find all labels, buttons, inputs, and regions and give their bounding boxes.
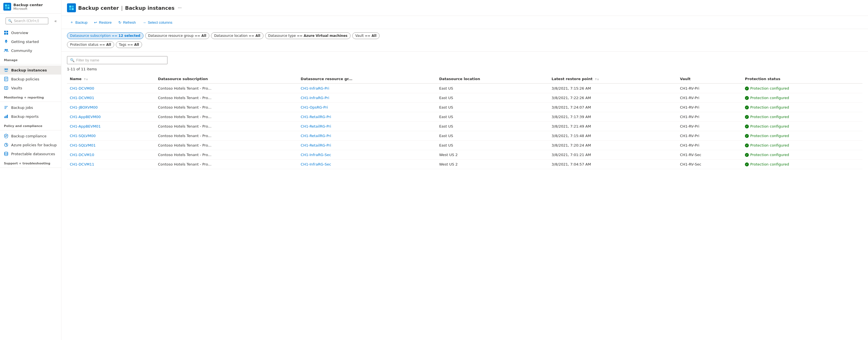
sidebar-nav: Overview Getting started Community Manag… <box>0 28 61 169</box>
status-badge: Protection configured <box>745 96 860 100</box>
azure-policy-icon <box>4 143 8 147</box>
cell-name: CH1-AppBEVM01 <box>67 122 155 131</box>
filter-search-icon: 🔍 <box>70 58 74 62</box>
svg-rect-6 <box>4 33 6 35</box>
cell-resource-group: CH1-InfraRG-Pri <box>298 93 436 103</box>
name-link[interactable]: CH1-DCVM11 <box>70 162 94 166</box>
collapse-button[interactable]: « <box>53 18 58 24</box>
filter-datasource-resource-group[interactable]: Datasource resource group == All <box>145 32 210 39</box>
resource-group-link[interactable]: CH1-RetailRG-Pri <box>301 124 331 128</box>
sidebar-item-vaults[interactable]: Vaults <box>0 84 61 92</box>
table-row: CH1-DCVM00 Contoso Hotels Tenant - Pro..… <box>67 84 862 93</box>
app-title: Backup center <box>13 3 43 7</box>
filter-datasource-type[interactable]: Datasource type == Azure Virtual machine… <box>265 32 350 39</box>
filter-vault[interactable]: Vault == All <box>352 32 379 39</box>
sidebar-item-community-label: Community <box>11 49 32 53</box>
name-link[interactable]: CH1-DCVM01 <box>70 96 94 100</box>
cell-subscription: Contoso Hotels Tenant - Pro... <box>155 122 298 131</box>
policy-section-label: Policy and compliance <box>0 121 61 129</box>
cell-resource-group: CH1-OpsRG-Pri <box>298 103 436 112</box>
resource-group-link[interactable]: CH1-RetailRG-Pri <box>301 134 331 138</box>
name-filter-container[interactable]: 🔍 <box>67 56 167 64</box>
cell-protection-status: Protection configured <box>742 160 862 169</box>
name-filter-input[interactable] <box>76 58 164 62</box>
sidebar-item-backup-instances[interactable]: Backup instances <box>0 66 61 74</box>
sidebar-item-backup-policies[interactable]: Backup policies <box>0 74 61 84</box>
status-badge: Protection configured <box>745 134 860 138</box>
cell-vault: CH1-RV-Pri <box>677 112 742 122</box>
svg-point-10 <box>6 49 8 51</box>
sidebar-item-backup-compliance[interactable]: Backup compliance <box>0 131 61 141</box>
status-badge: Protection configured <box>745 105 860 110</box>
resource-group-link[interactable]: CH1-InfraRG-Pri <box>301 86 329 90</box>
datasource-icon <box>4 152 8 156</box>
resource-group-link[interactable]: CH1-RetailRG-Pri <box>301 143 331 147</box>
filter-datasource-subscription[interactable]: Datasource subscription == 12 selected <box>67 32 144 39</box>
cell-restore-point: 3/8/2021, 7:20:24 AM <box>549 141 677 150</box>
cell-restore-point: 3/8/2021, 7:22:26 AM <box>549 93 677 103</box>
cell-name: CH1-DCVM11 <box>67 160 155 169</box>
sidebar-item-backup-instances-label: Backup instances <box>11 68 47 72</box>
filter-protection-status[interactable]: Protection status == All <box>67 41 114 48</box>
filters-area: Datasource subscription == 12 selected D… <box>61 29 868 52</box>
name-link[interactable]: CH1-DCVM00 <box>70 86 94 90</box>
sidebar-item-backup-jobs[interactable]: Backup jobs <box>0 103 61 112</box>
sort-icon-restore-point[interactable]: ↑↓ <box>595 78 599 81</box>
cell-vault: CH1-RV-Pri <box>677 131 742 141</box>
table-row: CH1-AppBEVM00 Contoso Hotels Tenant - Pr… <box>67 112 862 122</box>
app-subtitle: Microsoft <box>13 7 43 10</box>
sidebar-item-backup-reports[interactable]: Backup reports <box>0 112 61 121</box>
select-columns-button[interactable]: → Select columns <box>140 19 175 26</box>
table-row: CH1-SQLVM01 Contoso Hotels Tenant - Pro.… <box>67 141 862 150</box>
resource-group-link[interactable]: CH1-InfraRG-Sec <box>301 153 331 157</box>
sidebar-item-community[interactable]: Community <box>0 46 61 55</box>
sidebar-item-azure-policies[interactable]: Azure policies for backup <box>0 141 61 149</box>
cell-resource-group: CH1-RetailRG-Pri <box>298 131 436 141</box>
sidebar-item-overview[interactable]: Overview <box>0 28 61 37</box>
restore-button[interactable]: ↩ Restore <box>91 19 115 26</box>
cell-vault: CH1-RV-Pri <box>677 93 742 103</box>
svg-rect-26 <box>6 116 7 118</box>
people-icon <box>4 48 8 53</box>
cell-resource-group: CH1-InfraRG-Pri <box>298 84 436 93</box>
name-link[interactable]: CH1-SQLVM00 <box>70 134 96 138</box>
status-badge: Protection configured <box>745 153 860 157</box>
resource-group-link[interactable]: CH1-InfraRG-Sec <box>301 162 331 166</box>
search-placeholder: Search (Ctrl+/) <box>14 19 39 23</box>
svg-point-9 <box>5 49 6 51</box>
filter-tags[interactable]: Tags == All <box>116 41 142 48</box>
sidebar-item-getting-started[interactable]: Getting started <box>0 37 61 46</box>
more-options-button[interactable]: ··· <box>177 4 183 11</box>
table-row: CH1-SQLVM00 Contoso Hotels Tenant - Pro.… <box>67 131 862 141</box>
resource-group-link[interactable]: CH1-InfraRG-Pri <box>301 96 329 100</box>
sidebar-search[interactable]: 🔍 Search (Ctrl+/) <box>6 18 48 24</box>
backup-button[interactable]: ＋ Backup <box>67 18 90 27</box>
cell-protection-status: Protection configured <box>742 150 862 160</box>
filter-datasource-location[interactable]: Datasource location == All <box>211 32 264 39</box>
name-link[interactable]: CH1-AppBEVM01 <box>70 124 101 128</box>
resource-group-link[interactable]: CH1-OpsRG-Pri <box>301 105 328 110</box>
cell-resource-group: CH1-InfraRG-Sec <box>298 160 436 169</box>
name-link[interactable]: CH1-SQLVM01 <box>70 143 96 147</box>
col-name[interactable]: Name ↑↓ <box>67 74 155 84</box>
restore-icon: ↩ <box>94 20 97 25</box>
status-dot-icon <box>745 153 749 157</box>
page-title-backup-center: Backup center <box>78 5 119 11</box>
sidebar-item-protectable-datasources[interactable]: Protectable datasources <box>0 149 61 158</box>
sort-icon-name[interactable]: ↑↓ <box>84 78 88 81</box>
refresh-button[interactable]: ↻ Refresh <box>116 19 139 26</box>
svg-rect-2 <box>5 7 7 9</box>
sidebar-item-azure-policies-label: Azure policies for backup <box>11 143 57 147</box>
resource-group-link[interactable]: CH1-RetailRG-Pri <box>301 115 331 119</box>
name-link[interactable]: CH1-AppBEVM00 <box>70 115 101 119</box>
col-resource-group: Datasource resource gr... <box>298 74 436 84</box>
col-restore-point[interactable]: Latest restore point ↑↓ <box>549 74 677 84</box>
name-link[interactable]: CH1-JBOXVM00 <box>70 105 98 110</box>
name-link[interactable]: CH1-DCVM10 <box>70 153 94 157</box>
cell-vault: CH1-RV-Sec <box>677 160 742 169</box>
svg-rect-14 <box>5 71 7 72</box>
rocket-icon <box>4 39 8 44</box>
toolbar: ＋ Backup ↩ Restore ↻ Refresh → Select co… <box>61 16 868 29</box>
sidebar-item-backup-jobs-label: Backup jobs <box>11 105 33 110</box>
cell-location: East US <box>436 93 549 103</box>
